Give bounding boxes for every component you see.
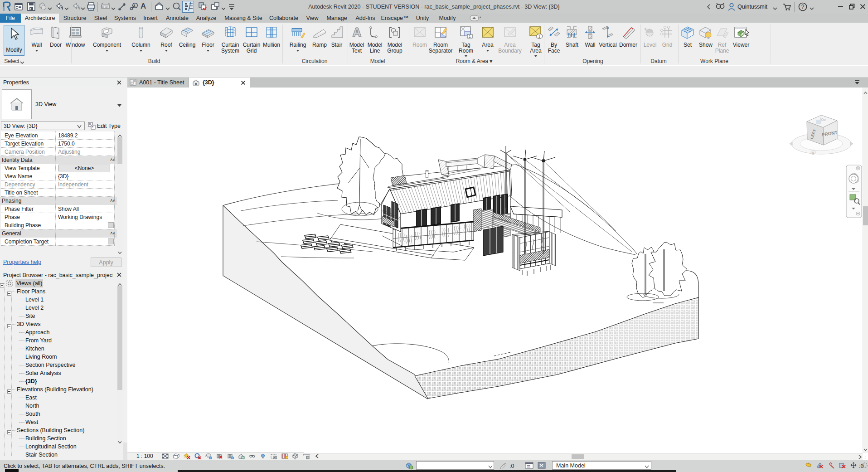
svg-text:1: 1 (469, 35, 471, 38)
svg-text:S: S (812, 151, 814, 154)
svg-text:?: ? (801, 4, 805, 10)
svg-text:1: 1 (538, 35, 540, 38)
svg-text:1: 1 (645, 28, 646, 31)
